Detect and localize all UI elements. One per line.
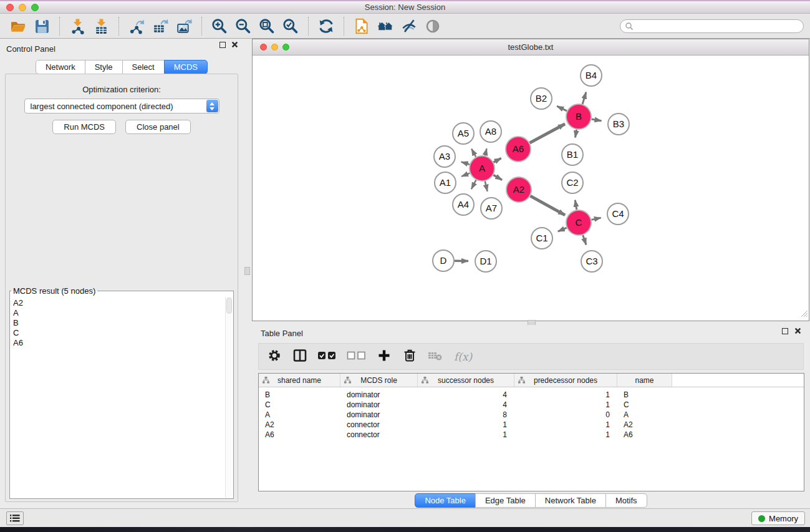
graph-node-A[interactable]: A: [470, 156, 494, 181]
splitter-grip[interactable]: [244, 267, 250, 275]
optimization-criterion-dropdown[interactable]: largest connected component (directed): [24, 99, 219, 114]
graph-edge-C-C4[interactable]: [592, 218, 601, 220]
open-session-button[interactable]: [8, 16, 28, 36]
export-table-button[interactable]: [150, 16, 170, 36]
table-settings-button[interactable]: [266, 347, 282, 366]
column-header-predecessor-nodes[interactable]: predecessor nodes: [514, 374, 617, 387]
table-row[interactable]: Bdominator41B: [259, 390, 804, 400]
minimize-window-button[interactable]: [19, 4, 26, 11]
mcds-result-list[interactable]: A2ABCA6: [11, 297, 224, 498]
float-panel-icon[interactable]: [782, 328, 788, 334]
search-field[interactable]: [620, 19, 804, 33]
graph-edge-A-A3[interactable]: [461, 162, 470, 165]
graph-node-D1[interactable]: D1: [475, 251, 496, 272]
result-item[interactable]: A: [13, 308, 222, 318]
graph-edge-A-A6[interactable]: [494, 158, 501, 163]
graph-edge-C-C3[interactable]: [583, 235, 586, 245]
delete-columns-button[interactable]: [402, 347, 418, 366]
graph-edge-C-C1[interactable]: [558, 228, 567, 231]
graph-node-B[interactable]: B: [566, 104, 591, 129]
export-network-button[interactable]: [127, 16, 147, 36]
tab-mcds[interactable]: MCDS: [164, 60, 208, 74]
unselect-all-columns-button[interactable]: [347, 349, 367, 364]
float-panel-icon[interactable]: [219, 42, 226, 48]
graph-node-A2[interactable]: A2: [506, 177, 531, 202]
tab-edge-table[interactable]: Edge Table: [475, 493, 536, 508]
new-network-from-selection-button[interactable]: [352, 16, 372, 36]
graph-edge-A-A4[interactable]: [471, 180, 476, 189]
run-mcds-button[interactable]: Run MCDS: [52, 120, 116, 134]
cybrowser-home-button[interactable]: [375, 16, 395, 36]
graph-node-C2[interactable]: C2: [562, 172, 583, 193]
result-item[interactable]: A2: [13, 298, 222, 308]
graph-edge-A6-B[interactable]: [530, 124, 566, 143]
network-window-titlebar[interactable]: testGlobe.txt: [253, 39, 809, 56]
column-header-shared-name[interactable]: shared name: [259, 374, 340, 387]
graph-node-C4[interactable]: C4: [607, 203, 629, 225]
graph-edge-A-A5[interactable]: [471, 149, 476, 157]
toggle-birds-eye-view-button[interactable]: [423, 16, 443, 36]
save-session-button[interactable]: [32, 16, 52, 36]
result-item[interactable]: A6: [13, 338, 222, 348]
fit-content-button[interactable]: [257, 16, 277, 36]
create-column-button[interactable]: [376, 347, 392, 366]
graph-node-A5[interactable]: A5: [453, 123, 474, 144]
graph-node-C1[interactable]: C1: [531, 228, 552, 249]
graph-node-B1[interactable]: B1: [562, 144, 583, 165]
graph-node-A4[interactable]: A4: [453, 194, 474, 215]
function-builder-button[interactable]: f(x): [454, 351, 472, 363]
graph-node-C[interactable]: C: [566, 210, 591, 235]
resize-grip-icon[interactable]: [799, 309, 808, 320]
export-image-button[interactable]: [174, 16, 194, 36]
tab-node-table[interactable]: Node Table: [415, 493, 476, 508]
result-scrollbar[interactable]: [225, 297, 233, 498]
tab-style[interactable]: Style: [85, 60, 123, 74]
graph-node-B4[interactable]: B4: [581, 65, 602, 86]
graph-edge-A-A8[interactable]: [485, 148, 487, 155]
graph-node-A8[interactable]: A8: [480, 121, 501, 142]
refresh-view-button[interactable]: [316, 16, 336, 36]
graph-edge-B-B3[interactable]: [592, 119, 602, 121]
zoom-in-button[interactable]: [210, 16, 229, 36]
select-all-columns-button[interactable]: [317, 349, 337, 364]
result-item[interactable]: B: [13, 318, 222, 328]
tab-network-table[interactable]: Network Table: [535, 493, 606, 508]
close-window-button[interactable]: [6, 4, 14, 11]
table-row[interactable]: A2connector11A2: [259, 420, 804, 430]
zoom-window-button[interactable]: [31, 4, 39, 11]
memory-button[interactable]: Memory: [751, 511, 805, 525]
task-history-button[interactable]: [6, 511, 24, 525]
graph-edge-A2-C[interactable]: [530, 196, 565, 215]
table-row[interactable]: Adominator80A: [259, 410, 804, 420]
import-network-button[interactable]: [67, 16, 87, 36]
graph-edge-A-A7[interactable]: [485, 181, 488, 191]
graph-node-A7[interactable]: A7: [481, 198, 502, 219]
vertical-splitter[interactable]: [243, 39, 252, 508]
zoom-selected-button[interactable]: [281, 16, 301, 36]
graph-node-B3[interactable]: B3: [608, 114, 629, 135]
search-input[interactable]: [634, 21, 803, 32]
zoom-out-button[interactable]: [233, 16, 253, 36]
tab-select[interactable]: Select: [122, 60, 165, 74]
column-header-MCDS-role[interactable]: MCDS role: [340, 374, 418, 387]
show-column-button[interactable]: [292, 347, 308, 366]
close-panel-icon[interactable]: [231, 41, 238, 48]
close-panel-button[interactable]: Close panel: [125, 120, 191, 134]
graph-node-C3[interactable]: C3: [581, 251, 602, 272]
column-header-successor-nodes[interactable]: successor nodes: [418, 374, 514, 387]
network-canvas[interactable]: B4B2BB3A8A5A6B1A3AA1C2A2A4A7C4CC1DD1C3: [253, 56, 809, 321]
result-item[interactable]: C: [13, 328, 222, 338]
table-row[interactable]: A6connector11A6: [259, 430, 804, 440]
graph-node-D[interactable]: D: [433, 250, 454, 271]
graph-edge-B-B4[interactable]: [582, 92, 586, 104]
graph-node-A3[interactable]: A3: [434, 146, 455, 167]
tab-motifs[interactable]: Motifs: [605, 493, 647, 508]
destroy-table-button[interactable]: [427, 347, 443, 366]
graph-node-A1[interactable]: A1: [435, 172, 456, 193]
close-panel-icon[interactable]: [794, 327, 801, 334]
graph-node-B2[interactable]: B2: [531, 88, 552, 109]
graph-edge-B-B1[interactable]: [576, 130, 577, 138]
import-table-button[interactable]: [91, 16, 111, 36]
minimize-network-button[interactable]: [271, 44, 278, 51]
graph-node-A6[interactable]: A6: [506, 137, 531, 162]
